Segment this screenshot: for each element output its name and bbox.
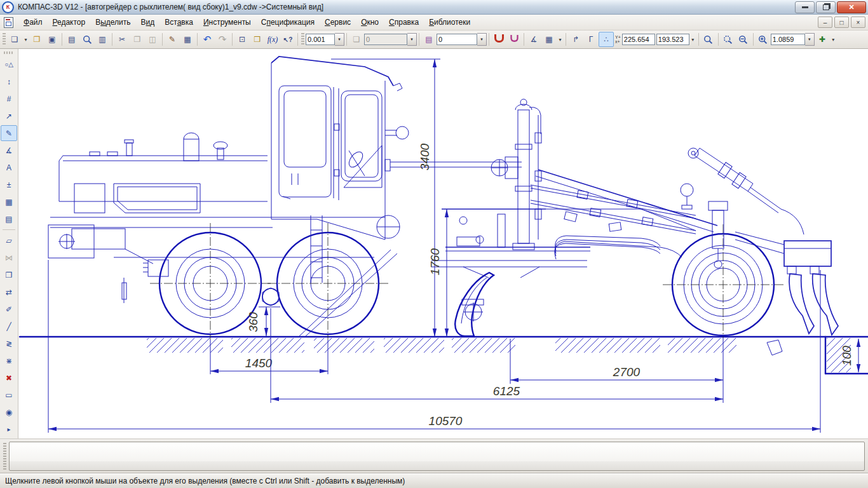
new-document-button[interactable]: ❏ (7, 32, 22, 47)
current-layer-input[interactable] (437, 34, 477, 45)
tool-tolerances[interactable]: ± (1, 177, 17, 193)
zoom-input[interactable] (771, 34, 805, 45)
menu-insert[interactable]: Вставка (159, 16, 198, 29)
dimension-3400[interactable]: 3400 (331, 59, 440, 337)
cab[interactable] (271, 57, 409, 240)
tool-scale[interactable]: ▱ (1, 233, 17, 248)
snap-settings-button[interactable] (491, 32, 506, 47)
tool-drawing-pencil[interactable]: ✎ (1, 125, 17, 141)
paste-button[interactable]: ◫ (145, 32, 160, 47)
menu-select[interactable]: Выделить (90, 16, 135, 29)
tool-deformation[interactable]: ◉ (1, 404, 17, 420)
ortho-button[interactable]: Γ (583, 32, 599, 47)
menu-file[interactable]: Файл (18, 16, 48, 29)
zoom-fit-button[interactable] (736, 32, 751, 47)
grid-dropdown[interactable]: ▾ (557, 32, 564, 46)
point-snap-button[interactable]: ∴ (599, 32, 614, 47)
tool-parametrization[interactable]: ∡ (1, 142, 17, 158)
tool-trim[interactable]: ╱ (1, 318, 17, 334)
save-button[interactable]: ▣ (44, 32, 60, 47)
library-manager-button[interactable]: ❒ (250, 32, 265, 47)
panel-expander[interactable]: ▸ (1, 421, 17, 437)
dimension-360[interactable]: 360 (247, 307, 280, 336)
toolbar-overflow-1[interactable]: ▾ (689, 32, 696, 46)
print-button[interactable]: ▤ (64, 32, 79, 47)
property-bar-grip[interactable] (3, 443, 6, 470)
layers-button[interactable]: ▤ (421, 32, 437, 47)
cut-button[interactable]: ✂ (114, 32, 130, 47)
menu-service[interactable]: Сервис (320, 16, 356, 29)
rear-wheels[interactable] (150, 223, 388, 340)
document-manager-button[interactable]: ⊡ (234, 32, 250, 47)
menu-tools[interactable]: Инструменты (198, 16, 256, 29)
front-axle[interactable] (681, 184, 728, 268)
local-cs-button[interactable]: ↱ (568, 32, 583, 47)
tool-contour[interactable]: ▭ (1, 387, 17, 403)
front-wheel[interactable] (663, 224, 783, 338)
restore-button[interactable] (816, 1, 836, 13)
cursor-step-dropdown[interactable]: ▾ (335, 33, 344, 46)
blade-assembly[interactable] (431, 209, 696, 336)
menu-libraries[interactable]: Библиотеки (424, 16, 475, 29)
spreadsheet-button[interactable]: ▦ (180, 32, 195, 47)
open-button[interactable]: ❐ (29, 32, 44, 47)
tool-geometry[interactable]: ○△ (1, 57, 17, 72)
tool-text[interactable]: A (1, 159, 17, 175)
tool-break[interactable]: ⋇ (1, 353, 17, 369)
menu-specification[interactable]: Спецификация (256, 16, 320, 29)
tool-extend[interactable]: ≷ (1, 336, 17, 351)
redo-button[interactable]: ↷ (215, 32, 230, 47)
new-document-dropdown[interactable]: ▾ (22, 32, 29, 46)
local-snap-button[interactable] (506, 32, 522, 47)
document-icon[interactable] (4, 17, 13, 28)
variables-button[interactable]: f(x) (265, 32, 280, 47)
minimize-button[interactable] (795, 1, 815, 13)
property-bar-field[interactable] (9, 442, 865, 471)
menu-help[interactable]: Справка (384, 16, 424, 29)
tool-reports[interactable]: ▤ (1, 211, 17, 227)
tool-delete[interactable]: ✖ (1, 370, 17, 386)
print-setup-button[interactable]: ▥ (95, 32, 110, 47)
copy-properties-button[interactable]: ✎ (165, 32, 180, 47)
coordinate-y-input[interactable] (656, 34, 689, 45)
cursor-step-input[interactable] (306, 34, 335, 45)
close-button[interactable]: ✕ (837, 1, 866, 13)
panel-grip[interactable] (4, 51, 14, 54)
ripper[interactable] (688, 148, 838, 355)
ground-line[interactable] (20, 337, 868, 374)
zoom-in-out-button[interactable] (721, 32, 736, 47)
grader-drawing[interactable]: 3400 1760 360 100 (18, 49, 868, 438)
context-help-button[interactable]: ↖? (280, 32, 295, 47)
zoom-dropdown[interactable]: ▾ (805, 33, 815, 46)
grid-button[interactable]: ▦ (541, 32, 557, 47)
dimension-6125[interactable]: 6125 (271, 308, 723, 403)
pan-button[interactable]: ✚ (815, 32, 830, 47)
document-view-input[interactable] (364, 34, 407, 45)
menu-view[interactable]: Вид (136, 16, 160, 29)
tool-designations[interactable]: # (1, 91, 17, 107)
angle-snap-button[interactable]: ∡ (526, 32, 541, 47)
tool-editing-cursor[interactable]: ↗ (1, 108, 17, 124)
zoom-by-frame-button[interactable] (701, 32, 716, 47)
sheets-button[interactable]: ❏ (349, 32, 364, 47)
menu-window[interactable]: Окно (356, 16, 384, 29)
tool-mirror[interactable]: ⋈ (1, 250, 17, 266)
tool-specification[interactable]: ▦ (1, 194, 17, 210)
child-close-button[interactable]: × (851, 17, 865, 28)
coordinate-x-input[interactable] (622, 34, 655, 45)
current-layer-dropdown[interactable]: ▾ (477, 33, 487, 46)
menu-editor[interactable]: Редактор (48, 16, 91, 29)
undo-button[interactable]: ↶ (200, 32, 215, 47)
document-view-dropdown[interactable]: ▾ (407, 33, 417, 46)
drawing-canvas[interactable]: 3400 1760 360 100 (18, 49, 868, 438)
toolbar-grip[interactable] (3, 33, 6, 46)
toolbar-grip-2[interactable] (301, 33, 304, 46)
tool-move[interactable]: ⇄ (1, 284, 17, 300)
print-preview-button[interactable] (79, 32, 95, 47)
toolbar-overflow-2[interactable]: ▾ (830, 32, 837, 46)
child-minimize-button[interactable]: ‒ (818, 17, 832, 28)
tool-edit-object[interactable]: ✐ (1, 301, 17, 317)
zoom-scale-button[interactable] (756, 32, 771, 47)
copy-button[interactable]: ❐ (130, 32, 145, 47)
tool-copy[interactable]: ❐ (1, 267, 17, 283)
